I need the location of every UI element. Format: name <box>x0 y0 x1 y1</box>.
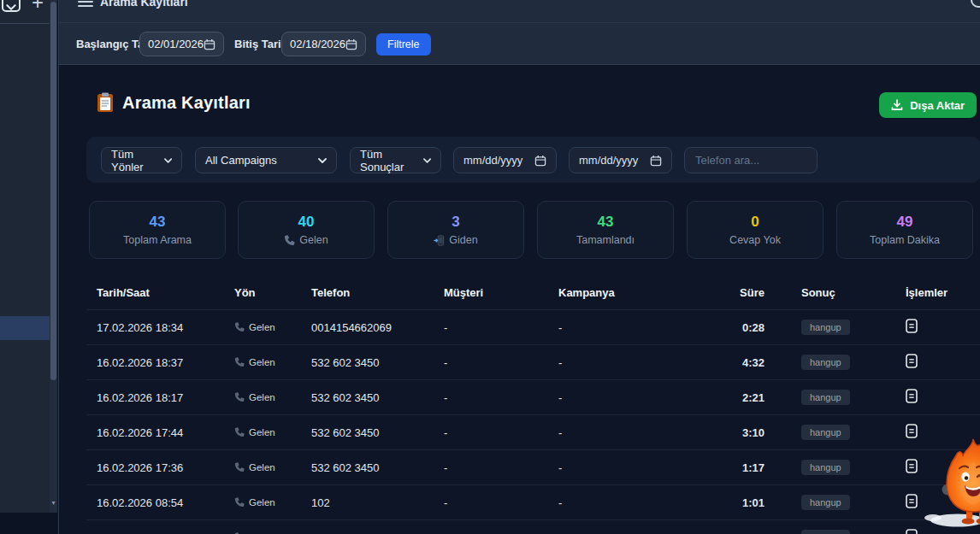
col-header-datetime: Tarih/Saat <box>86 286 224 299</box>
stat-label: Gelen <box>299 234 328 246</box>
scroll-down-arrow[interactable]: ▾ <box>50 500 57 507</box>
document-icon <box>906 459 918 473</box>
cell-result: hangup <box>765 355 893 370</box>
filters-bar: Tüm Yönler All Campaigns Tüm Sonuçlar mm… <box>86 137 980 183</box>
main-area: Arama Kayıtları Başlangıç Tarihi: 02/01/… <box>58 0 980 534</box>
cell-datetime: 16.02.2026 18:17 <box>86 391 224 404</box>
sidebar-active-item[interactable] <box>0 316 50 340</box>
document-icon <box>906 354 918 368</box>
cell-direction: Gelen <box>224 322 301 332</box>
campaign-select-value: All Campaigns <box>205 154 277 167</box>
stat-value: 40 <box>298 214 315 231</box>
transcript-button[interactable] <box>906 494 918 508</box>
stat-label: Tamamlandı <box>576 234 635 246</box>
cell-customer: - <box>434 461 548 474</box>
topbar: Arama Kayıtları Başlangıç Tarihi: 02/01/… <box>59 0 980 65</box>
calendar-icon <box>650 155 662 167</box>
table-row: 16.02.2026 08:54 Gelen 102 - - 1:01 hang… <box>86 484 980 519</box>
stat-label: Giden <box>449 234 477 246</box>
start-date-input[interactable]: 02/01/2026 <box>139 32 224 56</box>
table-row: 16.02.2026 18:17 Gelen 532 602 3450 - - … <box>86 379 980 414</box>
cell-datetime: 17.02.2026 18:34 <box>86 321 224 334</box>
date-from-input[interactable]: mm/dd/yyyy <box>453 147 557 173</box>
cell-result: hangup <box>765 495 893 510</box>
topbar-corner-icon[interactable] <box>971 0 980 8</box>
result-badge: hangup <box>801 530 850 534</box>
cell-campaign: - <box>548 426 705 439</box>
stat-label: Cevap Yok <box>729 234 781 246</box>
cell-phone: 532 602 3450 <box>301 356 434 369</box>
sidebar-scrollbar[interactable]: ▾ <box>50 0 57 513</box>
chevron-down-icon <box>423 158 431 163</box>
transcript-button[interactable] <box>906 389 918 403</box>
cell-actions <box>893 424 980 441</box>
stat-card-incoming: 40 Gelen <box>238 201 375 259</box>
stat-label: Toplam Arama <box>123 234 192 246</box>
result-badge: hangup <box>801 355 850 370</box>
cell-result: hangup <box>765 320 893 335</box>
phone-receiver-icon <box>234 322 245 332</box>
campaign-select[interactable]: All Campaigns <box>195 147 337 173</box>
col-header-result: Sonuç <box>765 286 893 299</box>
sidebar-dropdown-button[interactable] <box>2 0 21 12</box>
cell-direction: Gelen <box>224 462 301 472</box>
phone-receiver-icon <box>234 497 245 508</box>
transcript-button[interactable] <box>906 354 918 368</box>
cell-phone: 532 602 3450 <box>301 426 434 439</box>
scrollbar-thumb[interactable] <box>50 2 56 380</box>
direction-label: Gelen <box>249 427 275 437</box>
cell-phone: 102 <box>301 496 434 509</box>
direction-label: Gelen <box>249 392 275 402</box>
transcript-button[interactable] <box>906 529 918 534</box>
stat-card-completed: 43 Tamamlandı <box>537 201 674 259</box>
date-from-placeholder: mm/dd/yyyy <box>463 154 522 167</box>
table-row: 16.02.2026 18:37 Gelen 532 602 3450 - - … <box>86 344 980 379</box>
stat-value: 49 <box>897 214 913 231</box>
phone-receiver-icon <box>284 235 295 246</box>
cell-actions <box>893 459 980 476</box>
phone-receiver-icon <box>234 462 245 472</box>
phone-outgoing-icon <box>434 235 445 246</box>
stat-value: 0 <box>751 214 759 231</box>
calendar-icon <box>345 38 357 50</box>
menu-button[interactable] <box>78 0 93 11</box>
filter-button[interactable]: Filtrele <box>376 33 431 56</box>
page-title: Arama Kayıtları <box>100 0 188 9</box>
direction-label: Gelen <box>249 497 275 508</box>
cell-customer: - <box>434 531 548 534</box>
result-badge: hangup <box>801 460 850 475</box>
calendar-icon <box>534 155 546 167</box>
table-row: 16.02.2026 17:44 Gelen 532 602 3450 - - … <box>86 414 980 449</box>
direction-select[interactable]: Tüm Yönler <box>101 147 182 173</box>
cell-duration: 1:01 <box>705 496 765 509</box>
new-tab-button[interactable]: + <box>28 0 47 13</box>
transcript-button[interactable] <box>906 319 918 333</box>
transcript-button[interactable] <box>906 459 918 473</box>
stat-card-outgoing: 3 Giden <box>387 201 524 259</box>
end-date-input[interactable]: 02/18/2026 <box>281 32 366 56</box>
cell-phone: 532 602 3450 <box>301 391 434 404</box>
date-to-placeholder: mm/dd/yyyy <box>579 154 638 167</box>
result-select[interactable]: Tüm Sonuçlar <box>350 147 441 173</box>
stat-label: Toplam Dakika <box>870 234 940 246</box>
cell-result: hangup <box>765 530 893 534</box>
cell-direction: Gelen <box>224 357 301 367</box>
cell-result: hangup <box>765 460 893 475</box>
stat-value: 3 <box>452 214 459 231</box>
cell-datetime: 16.02.2026 08:52 <box>86 531 224 534</box>
cell-duration: 2:21 <box>705 391 765 404</box>
cell-datetime: 16.02.2026 18:37 <box>86 356 224 369</box>
date-to-input[interactable]: mm/dd/yyyy <box>569 147 672 173</box>
document-icon <box>906 529 918 534</box>
panel-heading: Arama Kayıtları <box>122 93 251 113</box>
transcript-button[interactable] <box>906 424 918 438</box>
col-header-actions: İşlemler <box>893 286 980 299</box>
result-badge: hangup <box>801 425 850 440</box>
phone-receiver-icon <box>234 357 245 367</box>
end-date-value: 02/18/2026 <box>290 38 345 50</box>
direction-label: Gelen <box>249 357 275 367</box>
col-header-customer: Müşteri <box>434 286 548 299</box>
table-row: 17.02.2026 18:34 Gelen 0014154662069 - -… <box>86 309 980 344</box>
export-button[interactable]: Dışa Aktar <box>879 92 977 118</box>
phone-search-input[interactable] <box>684 147 818 173</box>
